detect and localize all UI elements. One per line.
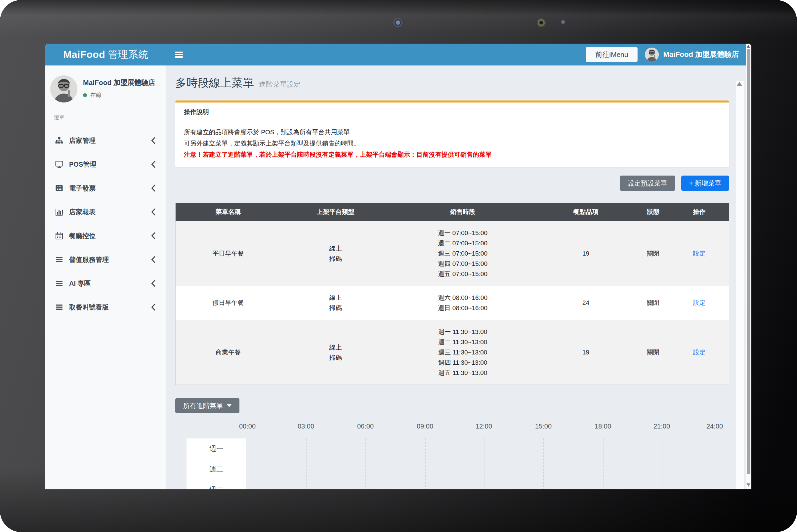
sidebar-item-label: 取餐叫號看版 <box>69 303 109 312</box>
platform-type: 掃碼 <box>281 353 390 363</box>
table-toolbar: 設定預設菜單 + 新增菜單 <box>166 175 729 191</box>
sale-time: 週四 07:00~15:00 <box>390 259 535 269</box>
instruction-line: 所有建立的品項將會顯示於 POS，預設為所有平台共用菜單 <box>184 127 721 138</box>
tablet-frame: MaiFood 管理系統 前往iMenu MaiFood 加盟展體驗店 MaiF… <box>0 0 797 532</box>
settings-link[interactable]: 設定 <box>670 348 729 357</box>
sale-time: 週六 08:00~16:00 <box>390 292 535 303</box>
secondary-camera <box>536 18 546 28</box>
day-label: 週三 <box>187 479 246 489</box>
hour-label: 24:00 <box>706 422 723 430</box>
chevron-left-icon <box>150 208 157 216</box>
column-header: 餐點品項 <box>535 208 636 216</box>
brand-bold: MaiFood <box>63 49 105 60</box>
settings-link[interactable]: 設定 <box>670 249 729 258</box>
scroll-up-arrow[interactable] <box>747 45 750 48</box>
item-count: 19 <box>535 250 636 257</box>
hour-label: 12:00 <box>476 422 492 430</box>
hour-label: 00:00 <box>239 422 255 430</box>
hour-label: 06:00 <box>357 422 374 430</box>
front-camera <box>393 18 404 29</box>
instruction-line: 可另外建立菜單，定義其顯示上架平台類型及提供銷售的時間。 <box>184 138 721 149</box>
content-scrollbar-track[interactable] <box>736 81 744 489</box>
app-logo[interactable]: MaiFood 管理系統 <box>45 48 166 61</box>
sidebar-item-pickup-number-board[interactable]: 取餐叫號看版 <box>45 295 166 319</box>
gridline <box>543 438 544 489</box>
sidebar-item-store-reports[interactable]: 店家報表 <box>45 200 166 224</box>
sale-time: 週一 07:00~15:00 <box>390 228 535 238</box>
invoice-icon <box>55 184 63 192</box>
sale-time: 週日 08:00~16:00 <box>390 303 535 313</box>
sidebar-item-table-booking[interactable]: 餐廳控位 <box>45 224 166 248</box>
day-label: 週二 <box>187 459 246 479</box>
sale-time: 週二 11:30~13:00 <box>390 337 535 347</box>
page-header: 多時段線上菜單 進階菜單設定 <box>175 75 746 91</box>
chevron-left-icon <box>150 160 157 168</box>
status: 關閉 <box>637 348 670 357</box>
user-avatar[interactable] <box>50 75 77 102</box>
platform-type: 線上 <box>281 342 390 353</box>
account-avatar <box>645 48 659 61</box>
day-label: 週一 <box>187 438 246 459</box>
menu-name: 平日早午餐 <box>176 249 281 258</box>
bars-icon <box>55 279 63 287</box>
sale-times: 週六 08:00~16:00 週日 08:00~16:00 <box>390 292 535 313</box>
schedule-timeline: 00:00 03:00 06:00 09:00 12:00 15:00 18:0… <box>175 421 729 489</box>
top-navbar: MaiFood 管理系統 前往iMenu MaiFood 加盟展體驗店 <box>45 44 751 65</box>
column-header: 銷售時段 <box>390 208 535 216</box>
bars-icon <box>55 303 63 311</box>
sidebar-item-label: AI 專區 <box>69 279 91 288</box>
sale-time: 週二 07:00~15:00 <box>390 238 535 248</box>
user-name[interactable]: MaiFood 加盟展體驗店 <box>83 78 155 87</box>
hamburger-menu-icon[interactable] <box>175 52 183 58</box>
sale-time: 週五 07:00~15:00 <box>390 269 535 279</box>
browser-viewport: MaiFood 管理系統 前往iMenu MaiFood 加盟展體驗店 MaiF… <box>45 44 751 489</box>
sidebar-section-label: 選單 <box>54 114 166 121</box>
content-scroll-up-arrow[interactable] <box>737 82 742 86</box>
settings-link[interactable]: 設定 <box>670 299 729 307</box>
chevron-left-icon <box>150 136 157 145</box>
gridline <box>603 438 604 489</box>
caret-down-icon <box>227 404 231 407</box>
menu-name: 商業午餐 <box>176 348 281 357</box>
status: 關閉 <box>637 299 670 307</box>
add-menu-button[interactable]: + 新增菜單 <box>681 175 729 191</box>
gridline <box>484 438 485 489</box>
table-row: 假日早午餐 線上 掃碼 週六 08:00~16:00 週日 08:00~16:0… <box>176 286 729 320</box>
sidebar: MaiFood 加盟展體驗店 在線 選單 店家管理 POS管理 <box>45 65 166 489</box>
platform-types: 線上 掃碼 <box>281 292 390 313</box>
scrollbar-thumb[interactable] <box>747 49 751 474</box>
sidebar-item-stored-value-service[interactable]: 儲值服務管理 <box>45 248 166 271</box>
instruction-warning: 注意！若建立了進階菜單，若於上架平台該時段沒有定義菜單，上架平台端會顯示：目前沒… <box>184 149 721 160</box>
gridline <box>425 438 425 489</box>
menu-name: 假日早午餐 <box>176 299 281 307</box>
platform-types: 線上 掃碼 <box>281 342 390 363</box>
sensor-dot <box>561 20 565 24</box>
sidebar-item-pos-management[interactable]: POS管理 <box>45 152 166 176</box>
page-scrollbar[interactable] <box>746 44 751 489</box>
table-row: 商業午餐 線上 掃碼 週一 11:30~13:00 週二 11:30~13:00… <box>176 320 729 384</box>
sidebar-item-e-invoice[interactable]: 電子發票 <box>45 176 166 200</box>
scroll-down-arrow[interactable] <box>746 483 751 487</box>
sale-time: 週五 11:30~13:00 <box>390 368 535 378</box>
item-count: 24 <box>535 299 636 306</box>
sidebar-item-store-management[interactable]: 店家管理 <box>45 129 166 152</box>
sidebar-item-label: 電子發票 <box>69 184 96 193</box>
hour-label: 09:00 <box>417 422 433 430</box>
chevron-left-icon <box>150 303 157 311</box>
account-menu[interactable]: MaiFood 加盟展體驗店 <box>645 48 739 61</box>
sitemap-icon <box>55 136 63 145</box>
filter-dropdown-label: 所有進階菜單 <box>183 401 223 410</box>
topbar-right: 前往iMenu MaiFood 加盟展體驗店 <box>586 47 739 62</box>
table-row: 平日早午餐 線上 掃碼 週一 07:00~15:00 週二 07:00~15:0… <box>176 221 729 286</box>
main-content: 多時段線上菜單 進階菜單設定 操作說明 所有建立的品項將會顯示於 POS，預設為… <box>166 65 746 489</box>
desktop-icon <box>55 160 63 168</box>
set-default-menu-button[interactable]: 設定預設菜單 <box>620 175 675 191</box>
go-to-imenu-button[interactable]: 前往iMenu <box>586 47 638 62</box>
column-header: 菜單名稱 <box>176 208 281 216</box>
page-subtitle: 進階菜單設定 <box>259 80 301 89</box>
sidebar-item-ai-zone[interactable]: AI 專區 <box>45 271 166 295</box>
sidebar-nav: 店家管理 POS管理 電子發票 店家報表 <box>45 129 166 319</box>
column-header: 上架平台類型 <box>281 208 390 216</box>
sale-time: 週四 11:30~13:00 <box>390 357 535 368</box>
advanced-menu-filter-dropdown[interactable]: 所有進階菜單 <box>175 398 240 413</box>
